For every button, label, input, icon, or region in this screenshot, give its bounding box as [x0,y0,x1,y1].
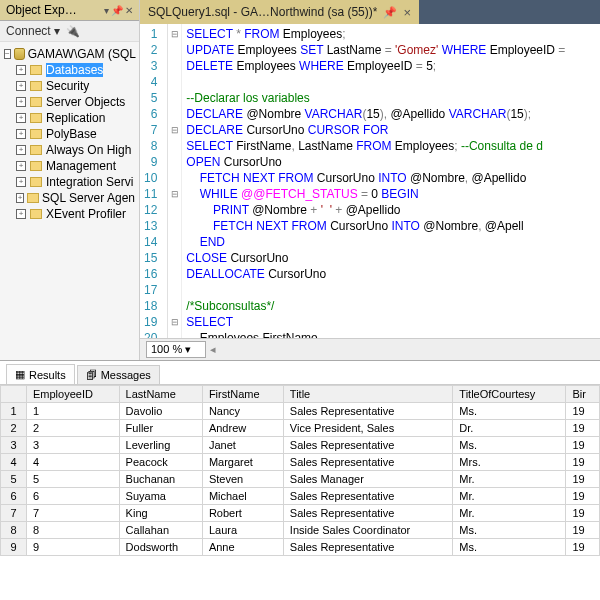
expand-icon[interactable]: + [16,193,24,203]
server-label: GAMAW\GAM (SQL [28,47,136,61]
pin-icon[interactable]: 📌 [111,5,123,16]
tree-label: Security [46,79,89,93]
expand-icon[interactable]: + [16,161,26,171]
expand-icon[interactable]: + [16,81,26,91]
tree-label: XEvent Profiler [46,207,126,221]
folder-icon [27,193,39,203]
fold-gutter[interactable]: ⊟⊟⊟⊟ [168,24,182,338]
tab-sqlquery1[interactable]: SQLQuery1.sql - GA…Northwind (sa (55))* … [140,0,419,24]
object-explorer-panel: Object Exp… ▾ 📌 ✕ Connect ▾ 🔌 − GAMAW\GA… [0,0,140,360]
table-row[interactable]: 88CallahanLauraInside Sales CoordinatorM… [1,522,600,539]
connect-button[interactable]: Connect ▾ [6,24,60,38]
results-tabs: ▦ Results 🗐 Messages [0,361,600,385]
expand-icon[interactable]: + [16,209,26,219]
results-grid-wrap: EmployeeIDLastNameFirstNameTitleTitleOfC… [0,385,600,600]
editor-pane: SQLQuery1.sql - GA…Northwind (sa (55))* … [140,0,600,360]
table-row[interactable]: 99DodsworthAnneSales RepresentativeMs.19 [1,539,600,556]
col-firstname[interactable]: FirstName [202,386,283,403]
table-row[interactable]: 44PeacockMargaretSales RepresentativeMrs… [1,454,600,471]
col-title[interactable]: Title [283,386,453,403]
dropdown-icon[interactable]: ▾ [104,5,109,16]
results-panel: ▦ Results 🗐 Messages EmployeeIDLastNameF… [0,360,600,600]
table-row[interactable]: 33LeverlingJanetSales RepresentativeMs.1… [1,437,600,454]
folder-icon [30,113,42,123]
tree-node-replication[interactable]: +Replication [2,110,137,126]
scroll-left-icon[interactable]: ◂ [210,343,216,356]
tree-label: Management [46,159,116,173]
close-icon[interactable]: ✕ [125,5,133,16]
tab-messages[interactable]: 🗐 Messages [77,365,160,384]
tree-node-databases[interactable]: +Databases [2,62,137,78]
folder-icon [30,209,42,219]
results-grid[interactable]: EmployeeIDLastNameFirstNameTitleTitleOfC… [0,385,600,556]
object-explorer-title-bar: Object Exp… ▾ 📌 ✕ [0,0,139,21]
tree-label: Databases [46,63,103,77]
table-row[interactable]: 55BuchananStevenSales ManagerMr.19 [1,471,600,488]
folder-icon [30,161,42,171]
expand-icon[interactable]: + [16,177,26,187]
tree-label: SQL Server Agen [42,191,135,205]
tree-node-polybase[interactable]: +PolyBase [2,126,137,142]
col-titleofcourtesy[interactable]: TitleOfCourtesy [453,386,566,403]
tab-results[interactable]: ▦ Results [6,364,75,384]
object-explorer-toolbar: Connect ▾ 🔌 [0,21,139,42]
tree-node-always-on-high[interactable]: +Always On High [2,142,137,158]
col-lastname[interactable]: LastName [119,386,202,403]
table-row[interactable]: 22FullerAndrewVice President, SalesDr.19 [1,420,600,437]
plug-icon[interactable]: 🔌 [66,25,80,38]
tree-node-security[interactable]: +Security [2,78,137,94]
panel-title: Object Exp… [6,3,100,17]
tree-node-management[interactable]: +Management [2,158,137,174]
col-employeeid[interactable]: EmployeeID [27,386,120,403]
folder-icon [30,129,42,139]
expand-icon[interactable]: + [16,129,26,139]
table-row[interactable]: 11DavolioNancySales RepresentativeMs.19 [1,403,600,420]
tree-label: PolyBase [46,127,97,141]
table-row[interactable]: 77KingRobertSales RepresentativeMr.19 [1,505,600,522]
expand-icon[interactable]: + [16,113,26,123]
table-row[interactable]: 66SuyamaMichaelSales RepresentativeMr.19 [1,488,600,505]
folder-icon [30,145,42,155]
tree-node-integration-servi[interactable]: +Integration Servi [2,174,137,190]
zoom-select[interactable]: 100 % ▾ [146,341,206,358]
code-text[interactable]: SELECT * FROM Employees;UPDATE Employees… [182,24,600,338]
collapse-icon[interactable]: − [4,49,11,59]
code-editor[interactable]: 12345678910111213141516171819202122 ⊟⊟⊟⊟… [140,24,600,338]
col-bir[interactable]: Bir [566,386,600,403]
pin-icon[interactable]: 📌 [383,6,397,19]
tree-node-sql-server-agen[interactable]: +SQL Server Agen [2,190,137,206]
expand-icon[interactable]: + [16,97,26,107]
expand-icon[interactable]: + [16,65,26,75]
tree-server-node[interactable]: − GAMAW\GAM (SQL [2,46,137,62]
tree-label: Replication [46,111,105,125]
tree-node-xevent-profiler[interactable]: +XEvent Profiler [2,206,137,222]
tab-label: SQLQuery1.sql - GA…Northwind (sa (55))* [148,5,377,19]
line-number-gutter: 12345678910111213141516171819202122 [140,24,168,338]
tree-node-server-objects[interactable]: +Server Objects [2,94,137,110]
expand-icon[interactable]: + [16,145,26,155]
tree-label: Always On High [46,143,131,157]
close-icon[interactable]: × [403,5,411,20]
tree-label: Integration Servi [46,175,133,189]
tree-label: Server Objects [46,95,125,109]
grid-icon: ▦ [15,368,25,381]
folder-icon [30,65,42,75]
document-tabs: SQLQuery1.sql - GA…Northwind (sa (55))* … [140,0,600,24]
folder-icon [30,177,42,187]
object-explorer-tree: − GAMAW\GAM (SQL +Databases+Security+Ser… [0,42,139,226]
folder-icon [30,97,42,107]
folder-icon [30,81,42,91]
message-icon: 🗐 [86,369,97,381]
server-icon [14,48,25,60]
zoom-bar: 100 % ▾ ◂ [140,338,600,360]
